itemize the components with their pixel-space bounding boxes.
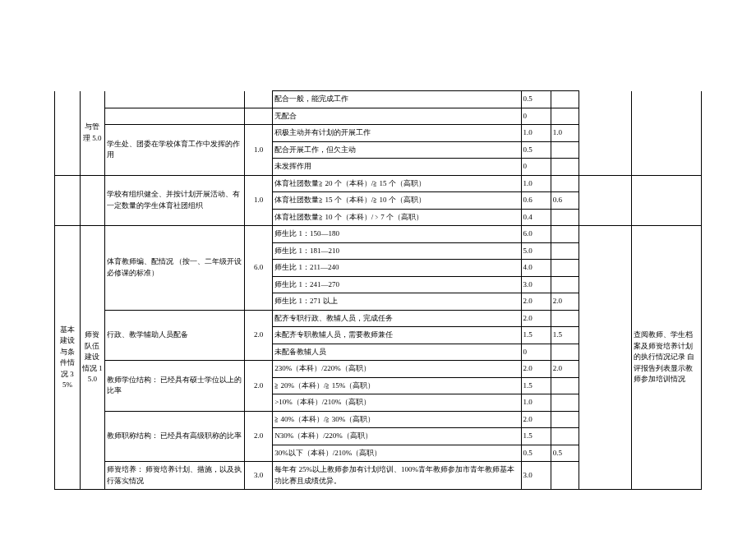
row-pt: 4.0 [521, 260, 551, 277]
row-score [551, 242, 579, 260]
row-desc: 体育社团数量≧ 10 个（本科）/﹥7 个（高职） [273, 209, 521, 226]
row-score: 0.5 [551, 445, 579, 462]
ind-zhicheng-w: 2.0 [245, 411, 273, 462]
ind-peiyang: 师资培养： 师资培养计划、措施，以及执行落实情况 [104, 462, 244, 490]
ind-xuewei-w: 2.0 [245, 361, 273, 412]
ind-zhicheng: 教师职称结构： 已经具有高级职称的比率 [104, 411, 244, 462]
row-desc: 师生比 1：150—180 [273, 226, 521, 243]
ind-shetuan: 学校有组织健全、并按计划开展活动、有一定数量的学生体育社团组织 [104, 175, 244, 226]
row-pt: 0.4 [521, 209, 551, 226]
row-desc: 未配齐专职教辅人员，需要教师兼任 [273, 327, 521, 344]
ind-xingzheng: 行政、教学辅助人员配备 [104, 310, 244, 361]
col8-empty [579, 91, 631, 176]
row-desc: 每年有 25%以上教师参加有计划培训、100%青年教师参加市青年教师基本功比赛且… [273, 462, 521, 490]
row-pt: 1.0 [521, 175, 551, 192]
row-desc: 230%（本科）/220%（高职） [273, 361, 521, 378]
row-score [551, 209, 579, 226]
col1-empty-top [55, 91, 81, 176]
row-desc: ≧ 40%（本科）/≧ 30%（高职） [273, 411, 521, 428]
ind-xueshengchu: 学生处、团委在学校体育工作中发挥的作用 [104, 125, 244, 176]
row-desc: ≧ 20%（本科）/≧ 15%（高职） [273, 377, 521, 394]
evaluation-table: 与管理 5.0 配合一般，能完成工作 0.5 无配合 0 学生处、团委在学校体育… [54, 90, 702, 490]
row-pt: 5.0 [521, 242, 551, 260]
row-score: 2.0 [551, 361, 579, 378]
row-pt: 0.5 [521, 445, 551, 462]
note-3: 查阅教师、学生档案及师资培养计划的执行情况记录 自评报告列表显示教师参加培训情况 [631, 226, 701, 490]
row-score [551, 344, 579, 361]
ind-prev-cont-w [245, 91, 273, 108]
row-score [551, 226, 579, 243]
row-pt: 0 [521, 159, 551, 176]
row-desc: 体育社团数量≧ 20 个（本科）/≧ 15 个（高职） [273, 175, 521, 192]
row-score [551, 310, 579, 327]
row-pt: 0 [521, 108, 551, 125]
row-desc: 配齐专职行政、教辅人员，完成任务 [273, 310, 521, 327]
row-desc: 30%以下（本科）/210%（高职） [273, 445, 521, 462]
row-desc: 配合开展工作，但欠主动 [273, 141, 521, 159]
row-desc: 未发挥作用 [273, 159, 521, 176]
row-pt: 0.5 [521, 91, 551, 108]
row-desc: N30%（本科）/220%（高职） [273, 428, 521, 445]
row-pt: 1.5 [521, 377, 551, 394]
row-score [551, 260, 579, 277]
row-pt: 2.0 [521, 411, 551, 428]
ind-xingzheng-w: 2.0 [245, 310, 273, 361]
note-2 [631, 175, 701, 226]
row-pt: 3.0 [521, 462, 551, 490]
row-desc: 师生比 1：181—210 [273, 242, 521, 260]
row-score [551, 141, 579, 159]
row-score: 2.0 [551, 293, 579, 311]
row-score [551, 159, 579, 176]
row-score [551, 411, 579, 428]
row-score [551, 428, 579, 445]
col2-guanli: 与管理 5.0 [80, 91, 104, 176]
ind-jiaoshibian-w: 6.0 [245, 226, 273, 311]
row-desc: 师生比 1：211—240 [273, 260, 521, 277]
row-score [551, 377, 579, 394]
note-1 [631, 91, 701, 176]
col8-empty3 [579, 226, 631, 490]
row-desc: >10%（本科）/210%（高职） [273, 394, 521, 412]
row-pt: 1.0 [521, 125, 551, 142]
col2-shizi: 师资队伍建设情况 15.0 [80, 226, 104, 490]
row-score [551, 394, 579, 412]
row-pt: 1.5 [521, 428, 551, 445]
col1-empty-mid [55, 175, 81, 226]
row-desc: 无配合 [273, 108, 521, 125]
ind-prev-cont [104, 91, 244, 108]
ind-prev-cont2-w [245, 108, 273, 125]
col1-basic: 基本建设与条件情况 35% [55, 226, 81, 490]
row-pt: 2.0 [521, 361, 551, 378]
row-score: 0.6 [551, 192, 579, 210]
row-pt: 0 [521, 344, 551, 361]
row-desc: 积极主动并有计划的开展工作 [273, 125, 521, 142]
row-score [551, 91, 579, 108]
row-pt: 0.5 [521, 141, 551, 159]
ind-xueshengchu-w: 1.0 [245, 125, 273, 176]
row-score [551, 276, 579, 293]
col2-empty-mid [80, 175, 104, 226]
row-score [551, 462, 579, 490]
row-pt: 1.0 [521, 394, 551, 412]
row-desc: 师生比 1：241—270 [273, 276, 521, 293]
row-pt: 6.0 [521, 226, 551, 243]
ind-shetuan-w: 1.0 [245, 175, 273, 226]
row-desc: 师生比 1：271 以上 [273, 293, 521, 311]
row-score: 1.5 [551, 327, 579, 344]
ind-jiaoshibian: 体育教师编、配情况 （按一、二年级开设必修课的标准） [104, 226, 244, 311]
col8-empty2 [579, 175, 631, 226]
row-score [551, 108, 579, 125]
row-score: 1.0 [551, 125, 579, 142]
ind-xuewei: 教师学位结构： 已经具有硕士学位以上的比率 [104, 361, 244, 412]
row-pt: 1.5 [521, 327, 551, 344]
row-desc: 体育社团数量≧ 15 个（本科）/≧ 10 个（高职） [273, 192, 521, 210]
ind-prev-cont2 [104, 108, 244, 125]
row-pt: 2.0 [521, 310, 551, 327]
row-score [551, 175, 579, 192]
ind-peiyang-w: 3.0 [245, 462, 273, 490]
row-pt: 2.0 [521, 293, 551, 311]
row-pt: 0.6 [521, 192, 551, 210]
row-desc: 配合一般，能完成工作 [273, 91, 521, 108]
row-pt: 3.0 [521, 276, 551, 293]
row-desc: 未配备教辅人员 [273, 344, 521, 361]
